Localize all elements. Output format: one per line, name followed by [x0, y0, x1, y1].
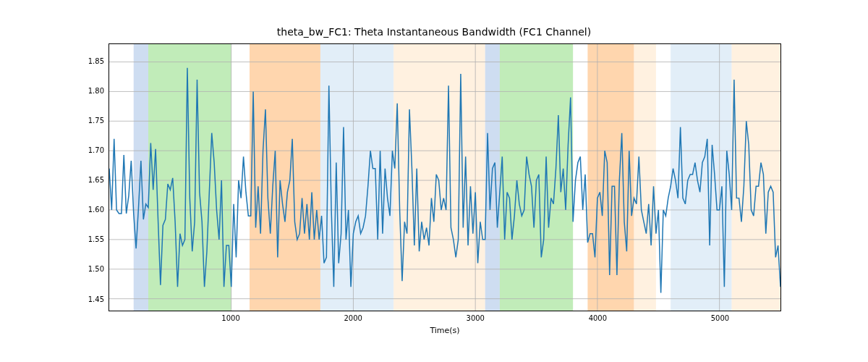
plot-area — [109, 43, 781, 311]
bg-region — [393, 44, 485, 311]
figure: theta_bw_FC1: Theta Instantaneous Bandwi… — [0, 0, 868, 362]
y-tick-label: 1.75 — [75, 117, 104, 125]
y-tick-label: 1.70 — [75, 146, 104, 154]
x-tick-label: 2000 — [339, 314, 367, 322]
y-tick-label: 1.50 — [75, 265, 104, 273]
chart-title: theta_bw_FC1: Theta Instantaneous Bandwi… — [0, 26, 868, 38]
x-tick-label: 5000 — [705, 314, 734, 322]
bg-region — [587, 44, 634, 311]
y-tick-label: 1.85 — [75, 57, 104, 65]
bg-region — [134, 44, 148, 311]
y-tick-label: 1.80 — [75, 87, 104, 95]
x-tick-label: 1000 — [216, 314, 245, 322]
x-tick-label: 4000 — [583, 314, 612, 322]
y-tick-label: 1.45 — [75, 295, 104, 303]
y-tick-label: 1.65 — [75, 176, 104, 184]
bg-region — [250, 44, 320, 311]
x-tick-label: 3000 — [461, 314, 490, 322]
y-tick-label: 1.60 — [75, 206, 104, 214]
bg-region — [732, 44, 780, 311]
x-axis-label: Time(s) — [109, 326, 781, 335]
bg-region — [320, 44, 393, 311]
y-tick-label: 1.55 — [75, 235, 104, 243]
plot-svg — [109, 44, 780, 311]
